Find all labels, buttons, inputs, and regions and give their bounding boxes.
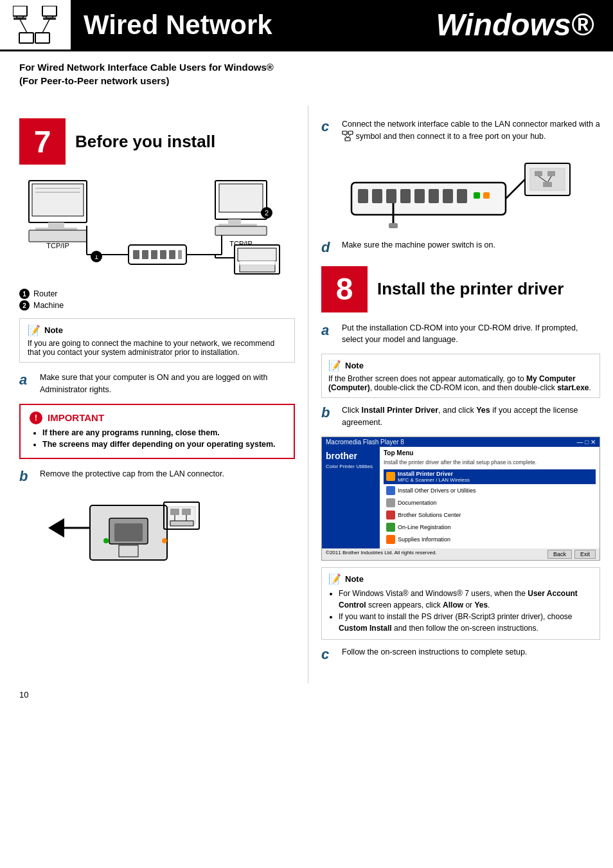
svg-rect-2 [14,18,26,19]
cdrom-item-label-3: Documentation [398,500,437,506]
svg-rect-55 [170,509,179,515]
windows-label: Windows® [436,7,594,42]
svg-rect-49 [114,523,143,541]
step7-header: 7 Before you install [19,118,295,165]
cdrom-screenshot: Macromedia Flash Player 8 — □ ✕ brother … [321,437,600,561]
cdrom-title-text: Macromedia Flash Player 8 [326,439,404,446]
legend-circle-2: 2 [19,300,30,311]
svg-rect-24 [160,250,166,259]
step8-header: 8 Install the printer driver [321,266,600,312]
page-footer: 10 [0,683,613,706]
svg-rect-31 [228,219,241,224]
network-diagram-svg: TCP/IP 1 [22,174,292,277]
step7-step-b: b Remove the protective cap from the LAN… [19,468,295,485]
note-icon: 📝 [28,324,40,336]
svg-rect-41 [240,264,275,272]
hub-image-area [321,150,600,234]
step8-step-a: a Put the installation CD-ROM into your … [321,322,600,347]
step8-note-b-header: 📝 Note [328,573,593,585]
cdrom-menu-item-2[interactable]: Install Other Drivers or Utilities [384,485,596,496]
legend-item-2: 2 Machine [19,300,295,311]
step7-b-letter: b [19,468,33,485]
page-header: Wired Network Windows® [0,0,613,51]
step7-title: Before you install [75,132,215,152]
cdrom-item-icon-3 [386,498,395,507]
step8-note-b: 📝 Note For Windows Vista® and Windows® 7… [321,567,600,640]
svg-rect-74 [474,192,480,199]
step-d-text: Make sure the machine power switch is on… [342,239,600,251]
svg-line-9 [42,19,49,33]
cdrom-item-label-1: Install Printer Driver MFC & Scanner / L… [398,471,470,483]
step8-b-letter: b [321,404,335,421]
step8-note-b-list: For Windows Vista® and Windows® 7 users,… [328,588,593,634]
important-label: IMPORTANT [48,412,104,423]
cdrom-item-icon-6 [386,535,395,544]
right-column: c Connect the network interface cable to… [308,105,613,683]
step8-b-text: Click Install Printer Driver, and click … [342,404,600,429]
svg-rect-72 [443,189,453,203]
cdrom-menu-item-6[interactable]: Supplies Information [384,534,596,545]
cdrom-menu-item-4[interactable]: Brother Solutions Center [384,509,596,521]
step8-note-a-text: If the Brother screen does not appear au… [328,374,593,392]
svg-rect-21 [133,250,139,259]
cdrom-item-icon-1 [386,472,395,481]
left-column: 7 Before you install TCP/IP 1 [0,105,308,683]
step7-note-text: If you are going to connect the machine … [28,339,287,357]
svg-rect-22 [142,250,148,259]
page-number: 10 [19,690,28,700]
svg-rect-32 [218,224,257,226]
svg-point-50 [103,538,109,543]
svg-rect-73 [457,189,467,203]
header-windows-bar: Windows® [416,0,613,50]
svg-rect-68 [386,189,396,203]
page-subtitle-area: For Wired Network Interface Cable Users … [0,51,613,105]
cdrom-menu-item-5[interactable]: On-Line Registration [384,521,596,533]
cdrom-menu-title: Top Menu [384,449,596,457]
cdrom-sidebar: brother Color Printer Utilities [322,447,380,548]
cdrom-desc: Install the printer driver after the ini… [384,459,596,466]
cdrom-body: brother Color Printer Utilities Top Menu… [322,447,600,548]
note-b-item-1: For Windows Vista® and Windows® 7 users,… [339,588,593,611]
legend-label-1: Router [33,289,58,298]
step-c-text: Connect the network interface cable to t… [342,118,600,143]
svg-rect-7 [35,33,49,43]
svg-rect-59 [170,521,193,526]
cdrom-copyright: ©2011 Brother Industries Ltd. All rights… [326,550,545,559]
cdrom-bottom-bar: ©2011 Brother Industries Ltd. All rights… [322,548,600,560]
cdrom-menu-item-3[interactable]: Documentation [384,497,596,509]
step7-note-label: Note [44,325,63,335]
cdrom-exit-btn[interactable]: Exit [574,550,596,559]
note-b-item-2: If you want to install the PS driver (BR… [339,611,593,634]
svg-marker-45 [48,518,64,538]
step7-a-text: Make sure that your computer is ON and y… [40,372,295,396]
step7-a-letter: a [19,372,33,388]
network-icon-container [0,0,71,50]
svg-rect-0 [13,6,27,16]
cdrom-back-btn[interactable]: Back [547,550,572,559]
legend-item-1: 1 Router [19,289,295,299]
svg-rect-62 [345,138,350,141]
step8-a-letter: a [321,322,335,339]
important-header: ! IMPORTANT [30,411,285,424]
step8-number: 8 [321,266,368,312]
header-title-bar: Wired Network [71,0,416,50]
cdrom-item-label-5: On-Line Registration [398,524,451,530]
cdrom-menu-item-1[interactable]: Install Printer Driver MFC & Scanner / L… [384,469,596,484]
svg-rect-40 [238,248,276,261]
svg-line-85 [506,179,525,199]
page-subtitle: For Wired Network Interface Cable Users … [19,60,594,87]
step8-step-c: c Follow the on-screen instructions to c… [321,646,600,663]
note-a-label: Note [345,361,364,370]
svg-line-63 [344,134,348,138]
step7-note-header: 📝 Note [28,324,287,336]
step8-note-a-header: 📝 Note [328,359,593,372]
cdrom-item-icon-2 [386,486,395,495]
svg-rect-67 [372,189,382,203]
network-symbol-inline [342,131,353,142]
important-list: If there are any programs running, close… [30,428,285,449]
step8-step-b: b Click Install Printer Driver, and clic… [321,404,600,429]
important-icon: ! [30,411,42,424]
hub-image-svg [339,150,583,234]
svg-text:1: 1 [94,253,98,260]
svg-rect-15 [35,228,77,230]
